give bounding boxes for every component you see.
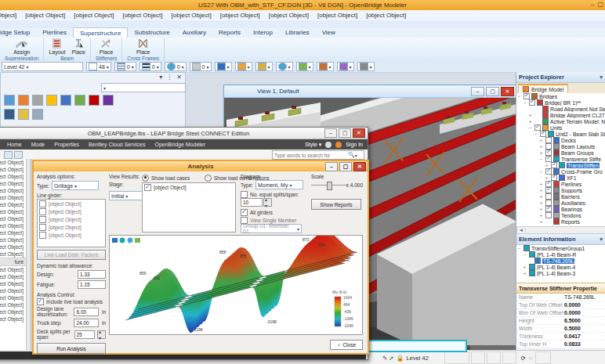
checkbox-icon[interactable] — [39, 224, 46, 231]
expand-icon[interactable] — [527, 106, 533, 112]
menu-item[interactable]: [object Object] — [317, 12, 357, 19]
diagram-splits-spinner[interactable] — [263, 198, 272, 207]
tool-icon-8[interactable] — [103, 95, 114, 106]
checkbox-checked-icon[interactable] — [241, 209, 248, 216]
run-analysis-button[interactable]: Run Analysis — [37, 343, 106, 354]
property-row[interactable]: Top Of Web Offset 0.0000 — [516, 301, 605, 309]
tree-checkbox-icon[interactable] — [523, 93, 530, 99]
menu-item[interactable]: [object Object] — [366, 12, 406, 19]
leap-tab-home[interactable]: Home — [7, 142, 22, 147]
ribbon-tab[interactable]: Reports — [212, 27, 247, 38]
menu-item[interactable]: [object Object] — [25, 12, 65, 19]
pan-icon[interactable] — [112, 238, 118, 243]
design-field[interactable]: 1.33 — [78, 270, 106, 279]
search-input[interactable] — [273, 153, 348, 158]
expand-icon[interactable] — [522, 100, 527, 106]
menu-item[interactable]: [object Object] — [220, 12, 260, 19]
expand-icon[interactable] — [538, 138, 544, 143]
ribbon-tab[interactable]: Pierlines — [36, 27, 73, 38]
tool-icon-1[interactable] — [4, 95, 15, 106]
beam-layout-button[interactable]: Layout — [49, 38, 65, 55]
property-row[interactable]: Thickness 0.0417 — [516, 333, 605, 341]
status-cell-1[interactable] — [444, 351, 469, 364]
show-load-cases-radio[interactable]: Show load cases — [142, 174, 190, 182]
tree-item[interactable]: Beam Layouts — [516, 143, 605, 150]
analysis-maximize-button[interactable]: ▢ — [339, 162, 352, 171]
dock-dropdown-icon[interactable]: ▾ — [159, 74, 162, 81]
tree-item[interactable]: Cross-Frame Gro — [516, 168, 605, 175]
model-dropdown[interactable] — [215, 62, 232, 71]
active-level-combo[interactable]: Level 42 — [2, 62, 83, 71]
tree-item[interactable]: Pierlines — [516, 181, 605, 187]
close-button[interactable]: ✓ Close — [330, 340, 363, 350]
layers-dropdown[interactable] — [317, 62, 334, 71]
tree-item[interactable]: Barriers — [516, 193, 605, 200]
menu-item[interactable]: [object Object] — [172, 12, 212, 19]
analysis-type-select[interactable]: Grillage — [52, 181, 99, 190]
nav-scrollbar[interactable] — [26, 159, 31, 350]
leap-tab-cloud[interactable]: Bentley Cloud Services — [89, 142, 145, 147]
property-row[interactable]: Width 0.5000 — [516, 325, 605, 333]
expand-icon[interactable] — [538, 213, 544, 218]
tree-item[interactable]: Supports — [516, 187, 605, 193]
tree-item[interactable]: Beam Groups — [516, 150, 605, 156]
tree-checkbox-icon[interactable] — [545, 168, 552, 175]
line-girder-item[interactable]: [object Object] — [38, 200, 105, 207]
settings-dropdown[interactable] — [357, 62, 375, 71]
line-girder-listbox[interactable]: [object Object] [object Object] [object … — [37, 199, 106, 247]
status-cell-4[interactable] — [502, 351, 516, 364]
line-girder-item[interactable]: [object Object] — [38, 223, 105, 231]
snap-icon[interactable]: ➚ — [389, 355, 393, 362]
status-cell-3[interactable] — [487, 351, 501, 364]
fatigue-field[interactable]: 1.15 — [78, 280, 106, 289]
analysis-dialog-title-bar[interactable]: Analysis – ▢ ✕ — [34, 161, 368, 171]
radio-on-icon[interactable] — [142, 175, 149, 182]
fence-dropdown[interactable] — [255, 62, 273, 71]
load-case-item[interactable]: [object Object] — [143, 183, 235, 191]
tool-icon-11[interactable] — [32, 109, 43, 120]
dock-close-icon[interactable]: ✕ — [176, 74, 182, 81]
line-girder-item[interactable]: [object Object] — [38, 207, 105, 215]
tree-checkbox-icon[interactable] — [545, 212, 552, 218]
tree-item[interactable]: TransvStiffen — [516, 162, 605, 168]
tree-item[interactable]: TransvStiffenerGroup1 — [516, 245, 605, 251]
expand-icon[interactable] — [538, 219, 544, 225]
transparency-combo[interactable]: 0 — [165, 62, 187, 71]
moment-diagram-chart[interactable]: 859 861 858 -2196 855 -2198 873 855 0 My… — [110, 236, 362, 334]
tab-bridge-model[interactable]: Bridge Model — [518, 84, 568, 93]
leap-title-bar[interactable]: OBM_LEAPBridge.lbs - LEAP Bridge Steel C… — [0, 128, 368, 139]
clipboard-dropdown[interactable] — [235, 62, 252, 71]
menu-item[interactable]: [object Object] — [269, 12, 309, 19]
tree-item[interactable]: Auxiliaries — [516, 200, 605, 206]
globe-icon[interactable] — [128, 238, 133, 243]
project-explorer-header[interactable]: Project Explorer — [516, 72, 605, 83]
expand-icon[interactable] — [527, 258, 533, 264]
tree-checkbox-icon[interactable] — [540, 131, 546, 137]
expand-icon[interactable] — [538, 157, 544, 162]
tree-checkbox-icon[interactable] — [545, 206, 552, 212]
menu-item[interactable]: [object Object] — [74, 12, 114, 19]
search-icon[interactable]: 🔍 — [348, 152, 355, 158]
analysis-close-icon-button[interactable]: ✕ — [353, 162, 366, 171]
expand-icon[interactable] — [538, 144, 544, 150]
include-live-checkbox[interactable]: Include live load analysis — [37, 297, 106, 305]
app-minimize-icon[interactable]: – — [591, 1, 594, 8]
print-icon[interactable] — [14, 151, 23, 159]
refresh-icon[interactable]: ⟳ — [521, 355, 526, 362]
rotate-icon[interactable] — [120, 238, 125, 243]
expand-icon[interactable] — [522, 271, 527, 276]
view-maximize-button[interactable]: ▢ — [486, 87, 499, 96]
tool-icon-9[interactable] — [4, 109, 15, 120]
tool-icon-7[interactable] — [89, 95, 100, 106]
leap-tab-obm[interactable]: OpenBridge Modeler — [154, 142, 205, 147]
view-minimize-button[interactable]: – — [471, 87, 484, 96]
tree-item[interactable]: Unit2 - Beam Slab St — [516, 131, 605, 137]
leap-maximize-button[interactable]: ▢ — [339, 128, 351, 138]
scale-slider-thumb[interactable] — [327, 182, 332, 190]
diagram-type-select[interactable]: Moment, My — [255, 180, 303, 189]
tree-checkbox-icon[interactable] — [545, 156, 552, 162]
target-icon[interactable]: ◌ — [529, 355, 532, 362]
property-row[interactable]: Btm Of Web Offset 0.0000 — [516, 309, 605, 317]
all-girders-checkbox[interactable]: All girders — [241, 208, 273, 216]
stiffener-place-button[interactable]: Place — [100, 38, 114, 55]
